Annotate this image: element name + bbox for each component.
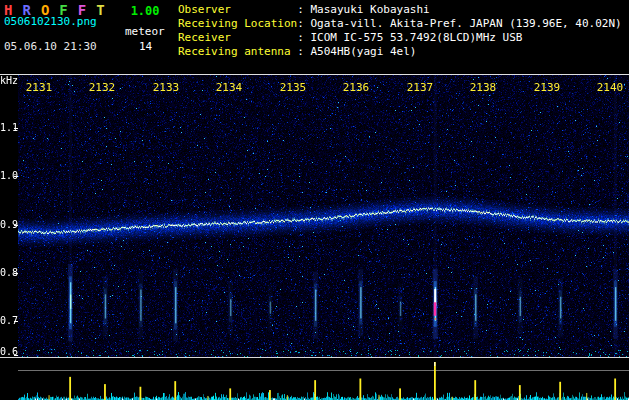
separator: : <box>297 31 310 44</box>
freq-tick <box>14 225 18 226</box>
time-label-2137: 2137 <box>407 81 434 94</box>
signal-strength-canvas <box>18 358 629 400</box>
freq-tick <box>14 176 18 177</box>
freq-label-1.1: 1.1 <box>0 122 14 133</box>
freq-label-0.8: 0.8 <box>0 267 14 278</box>
field-label-observer: Observer <box>178 3 297 17</box>
info-row-antenna: Receiving antenna: A504HB(yagi 4el) <box>178 45 622 59</box>
time-label-2136: 2136 <box>343 81 370 94</box>
time-label-2133: 2133 <box>153 81 180 94</box>
separator: : <box>297 17 310 30</box>
separator: : <box>297 45 310 58</box>
time-label-2139: 2139 <box>534 81 561 94</box>
freq-tick <box>14 273 18 274</box>
meteor-count: 14 <box>139 41 152 53</box>
freq-unit-label: kHz <box>0 75 20 86</box>
freq-tick <box>14 321 18 322</box>
separator: : <box>297 3 310 16</box>
freq-tick <box>14 355 18 356</box>
field-value-observer: Masayuki Kobayashi <box>310 3 429 16</box>
app-version: 1.00 <box>131 4 160 18</box>
time-label-2131: 2131 <box>26 81 53 94</box>
station-info: Observer: Masayuki Kobayashi Receiving L… <box>178 3 622 59</box>
freq-label-1.0: 1.0 <box>0 170 14 181</box>
field-value-antenna: A504HB(yagi 4el) <box>310 45 416 58</box>
info-row-observer: Observer: Masayuki Kobayashi <box>178 3 622 17</box>
info-row-receiver: Receiver: ICOM IC-575 53.7492(8LCD)MHz U… <box>178 31 622 45</box>
hrofft-window: HROFFT1.00 0506102130.png meteor 05.06.1… <box>0 0 629 400</box>
field-value-location: Ogata-vill. Akita-Pref. JAPAN (139.96E, … <box>310 17 621 30</box>
header-separator-line <box>0 74 629 75</box>
mode-label: meteor <box>125 26 165 38</box>
output-filename: 0506102130.png <box>4 16 97 28</box>
app-letter-t: T <box>96 2 104 18</box>
strip-top-line <box>0 357 629 358</box>
time-label-2140: 2140 <box>597 81 624 94</box>
freq-label-0.9: 0.9 <box>0 219 14 230</box>
field-label-receiver: Receiver <box>178 31 297 45</box>
freq-label-0.6: 0.6 <box>0 346 14 357</box>
field-label-antenna: Receiving antenna <box>178 45 297 59</box>
info-row-location: Receiving Location: Ogata-vill. Akita-Pr… <box>178 17 622 31</box>
spectrogram-canvas <box>18 75 629 357</box>
datetime-label: 05.06.10 21:30 <box>4 41 97 53</box>
time-label-2138: 2138 <box>470 81 497 94</box>
time-label-2134: 2134 <box>216 81 243 94</box>
time-label-2132: 2132 <box>89 81 116 94</box>
freq-tick <box>14 128 18 129</box>
field-value-receiver: ICOM IC-575 53.7492(8LCD)MHz USB <box>310 31 522 44</box>
time-label-2135: 2135 <box>280 81 307 94</box>
freq-label-0.7: 0.7 <box>0 315 14 326</box>
field-label-location: Receiving Location <box>178 17 297 31</box>
